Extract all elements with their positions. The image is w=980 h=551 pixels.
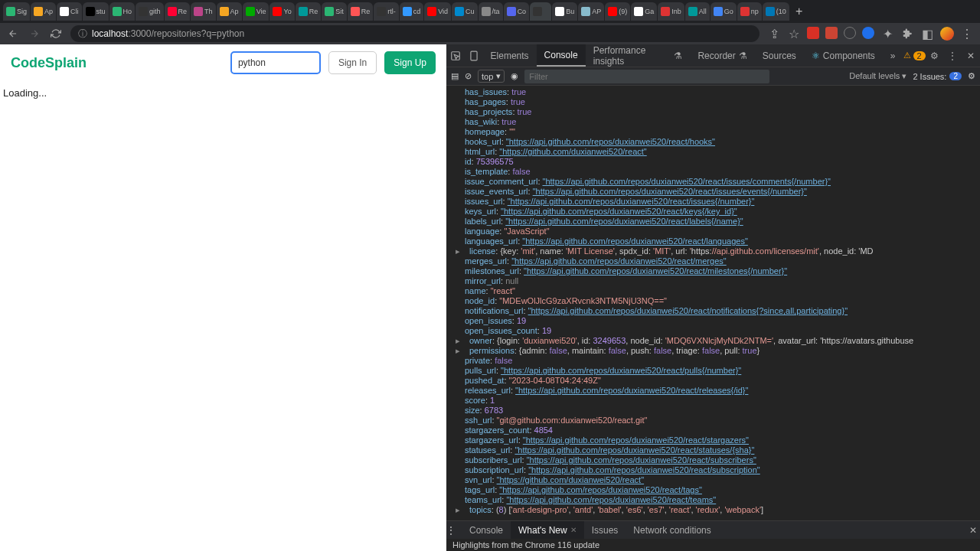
browser-tab[interactable]: Sig — [3, 2, 30, 21]
browser-tab[interactable]: stu — [83, 2, 109, 21]
console-object-property[interactable]: private: false — [465, 356, 974, 366]
console-object-property[interactable]: svn_url: "https://github.com/duxianwei52… — [465, 475, 974, 485]
console-object-property[interactable]: milestones_url: "https://api.github.com/… — [465, 266, 974, 276]
console-object-property[interactable]: ▸permissions: {admin: false, maintain: f… — [465, 346, 974, 356]
menu-icon[interactable]: ⋮ — [960, 27, 974, 41]
forward-icon[interactable] — [28, 27, 41, 41]
clear-icon[interactable]: ⊘ — [465, 71, 472, 81]
browser-tab[interactable] — [530, 2, 551, 21]
expand-icon[interactable]: ▸ — [456, 505, 460, 514]
console-object-property[interactable]: ▸license: {key: 'mit', name: 'MIT Licens… — [465, 246, 974, 256]
browser-tab[interactable]: Vie — [243, 2, 270, 21]
browser-tab[interactable]: gith — [136, 2, 164, 21]
tab-components[interactable]: ⚛ Components — [804, 44, 883, 67]
browser-tab[interactable]: Go — [710, 2, 737, 21]
extensions-icon[interactable] — [900, 27, 914, 41]
console-object-property[interactable]: statuses_url: "https://api.github.com/re… — [465, 445, 974, 455]
console-object-property[interactable]: name: "react" — [465, 286, 974, 296]
console-object-property[interactable]: keys_url: "https://api.github.com/repos/… — [465, 207, 974, 217]
browser-tab[interactable]: Ap — [217, 2, 242, 21]
browser-tab[interactable]: Cu — [452, 2, 478, 21]
device-icon[interactable] — [465, 51, 483, 61]
gear-icon[interactable]: ⚙ — [926, 51, 944, 61]
log-levels[interactable]: Default levels ▾ — [849, 71, 906, 81]
console-output[interactable]: has_issues: truehas_pages: truehas_proje… — [446, 86, 980, 520]
console-object-property[interactable]: mirror_url: null — [465, 276, 974, 286]
ext-icon[interactable] — [862, 27, 874, 39]
gear-icon[interactable]: ⚙ — [968, 71, 975, 81]
eye-icon[interactable]: ◉ — [511, 71, 518, 81]
drawer-tab-console[interactable]: Console — [462, 521, 511, 539]
console-object-property[interactable]: teams_url: "https://api.github.com/repos… — [465, 495, 974, 505]
console-object-property[interactable]: has_wiki: true — [465, 117, 974, 127]
browser-tab[interactable]: Yo — [270, 2, 294, 21]
browser-tab[interactable]: (10 — [763, 2, 789, 21]
console-object-property[interactable]: has_issues: true — [465, 87, 974, 97]
signin-button[interactable]: Sign In — [328, 51, 377, 74]
close-icon[interactable]: ✕ — [962, 51, 980, 61]
console-object-property[interactable]: hooks_url: "https://api.github.com/repos… — [465, 137, 974, 147]
browser-tab[interactable]: AP — [578, 2, 604, 21]
browser-tab[interactable]: Sit — [322, 2, 347, 21]
console-object-property[interactable]: has_pages: true — [465, 97, 974, 107]
kebab-icon[interactable]: ⋮ — [446, 525, 462, 536]
ext-icon[interactable] — [825, 27, 838, 39]
console-object-property[interactable]: id: 75396575 — [465, 157, 974, 167]
expand-icon[interactable]: ▸ — [456, 246, 460, 256]
tab-sources[interactable]: Sources — [755, 44, 804, 67]
console-object-property[interactable]: pushed_at: "2023-04-08T04:24:49Z" — [465, 376, 974, 386]
console-object-property[interactable]: languages_url: "https://api.github.com/r… — [465, 236, 974, 246]
console-object-property[interactable]: issue_events_url: "https://api.github.co… — [465, 187, 974, 197]
filter-input[interactable] — [524, 70, 769, 83]
url-input[interactable]: ⓘ localhost :3000/repositories?q=python — [70, 25, 760, 42]
console-object-property[interactable]: homepage: "" — [465, 127, 974, 137]
console-object-property[interactable]: releases_url: "https://api.github.com/re… — [465, 386, 974, 396]
browser-tab[interactable]: Th — [191, 2, 216, 21]
console-object-property[interactable]: open_issues_count: 19 — [465, 326, 974, 336]
drawer-tab-issues[interactable]: Issues — [584, 521, 626, 539]
signup-button[interactable]: Sign Up — [384, 51, 436, 74]
browser-tab[interactable]: np — [737, 2, 762, 21]
expand-icon[interactable]: ▸ — [456, 336, 460, 345]
console-object-property[interactable]: subscribers_url: "https://api.github.com… — [465, 455, 974, 465]
browser-tab[interactable]: Bu — [552, 2, 577, 21]
search-input[interactable] — [230, 51, 321, 74]
share-icon[interactable]: ⇪ — [767, 27, 781, 41]
console-object-property[interactable]: issues_url: "https://api.github.com/repo… — [465, 197, 974, 207]
console-object-property[interactable]: pulls_url: "https://api.github.com/repos… — [465, 366, 974, 376]
console-object-property[interactable]: language: "JavaScript" — [465, 227, 974, 236]
kebab-icon[interactable]: ⋮ — [943, 51, 962, 61]
browser-tab[interactable]: Vid — [424, 2, 451, 21]
console-object-property[interactable]: ssh_url: "git@github.com:duxianwei520/re… — [465, 416, 974, 425]
sidebar-toggle-icon[interactable]: ▤ — [451, 71, 459, 81]
browser-tab[interactable]: rtl- — [374, 2, 399, 21]
console-object-property[interactable]: score: 1 — [465, 396, 974, 406]
console-object-property[interactable]: merges_url: "https://api.github.com/repo… — [465, 256, 974, 266]
profile-icon[interactable] — [940, 27, 954, 41]
console-object-property[interactable]: html_url: "https://github.com/duxianwei5… — [465, 147, 974, 157]
browser-tab[interactable]: Re — [296, 2, 322, 21]
tab-performance-insights[interactable]: Performance insights ⚗ — [586, 44, 691, 67]
browser-tab[interactable]: Ga — [631, 2, 657, 21]
bookmark-icon[interactable]: ☆ — [787, 27, 801, 41]
console-object-property[interactable]: labels_url: "https://api.github.com/repo… — [465, 217, 974, 227]
console-object-property[interactable]: node_id: "MDEwOlJlcG9zaXRvcnk3NTM5NjU3NQ… — [465, 296, 974, 306]
console-object-property[interactable]: stargazers_count: 4854 — [465, 425, 974, 435]
tab-console[interactable]: Console — [537, 44, 586, 67]
context-selector[interactable]: top ▾ — [478, 70, 505, 83]
console-object-property[interactable]: open_issues: 19 — [465, 316, 974, 326]
console-object-property[interactable]: ▸owner: {login: 'duxianwei520', id: 3249… — [465, 336, 974, 346]
console-object-property[interactable]: stargazers_url: "https://api.github.com/… — [465, 435, 974, 445]
inspect-icon[interactable] — [446, 51, 465, 61]
browser-tab[interactable]: Ap — [31, 2, 56, 21]
drawer-tab-whats-new[interactable]: What's New ✕ — [511, 521, 584, 539]
console-object-property[interactable]: subscription_url: "https://api.github.co… — [465, 465, 974, 475]
console-object-property[interactable]: notifications_url: "https://api.github.c… — [465, 306, 974, 316]
browser-tab[interactable]: Re — [348, 2, 374, 21]
app-logo[interactable]: CodeSplain — [11, 55, 87, 71]
browser-tab[interactable]: (9) — [605, 2, 630, 21]
close-icon[interactable]: ✕ — [570, 526, 577, 534]
warnings-badge[interactable]: ⚠ 2 — [903, 51, 926, 60]
console-object-property[interactable]: tags_url: "https://api.github.com/repos/… — [465, 485, 974, 495]
close-icon[interactable]: ✕ — [966, 525, 980, 536]
